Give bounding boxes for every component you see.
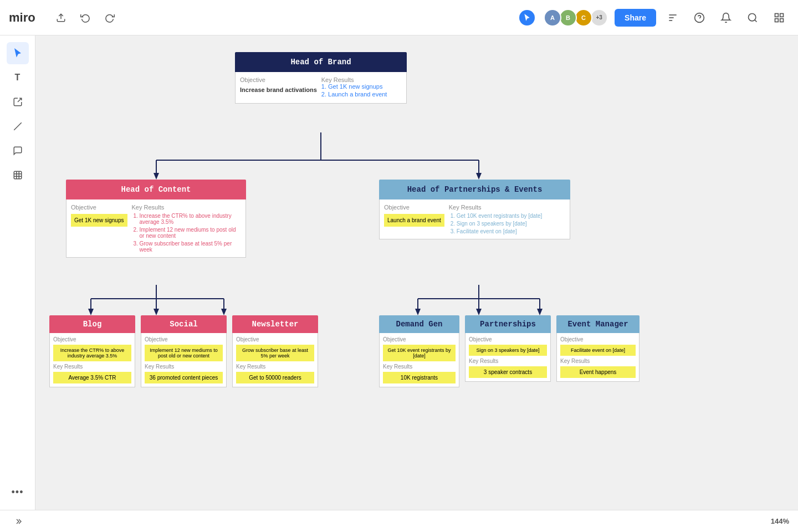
content-obj-col: Objective Get 1K new signups (71, 204, 127, 253)
content-columns: Objective Get 1K new signups Key Results… (71, 204, 241, 253)
brand-columns: Objective Increase brand activations Key… (240, 76, 402, 99)
newsletter-kr-label: Key Results (236, 364, 314, 370)
canvas-content: Head of Brand Objective Increase brand a… (35, 35, 798, 510)
demand-gen-card: Demand Gen Objective Get 10K event regis… (379, 315, 459, 387)
svg-rect-9 (780, 13, 784, 17)
sidebar-tool-text[interactable]: T (7, 66, 29, 89)
partnerships-kr-label: Key Results (449, 204, 565, 211)
partnerships-header: Head of Partnerships & Events (379, 180, 570, 200)
blog-header: Blog (49, 315, 135, 333)
social-body: Objective Implement 12 new mediums to po… (141, 333, 227, 387)
undo-button[interactable] (75, 8, 95, 28)
demand-gen-obj-label: Objective (383, 336, 456, 342)
svg-marker-25 (476, 173, 482, 180)
brand-kr-list: 1. Get 1K new signups 2. Launch a brand … (321, 83, 402, 98)
brand-kr-2: 2. Launch a brand event (321, 91, 402, 98)
svg-marker-40 (476, 309, 482, 315)
svg-rect-10 (780, 18, 784, 22)
grid-icon[interactable] (769, 8, 789, 28)
head-of-brand-card: Head of Brand Objective Increase brand a… (235, 52, 407, 104)
redo-button[interactable] (100, 8, 120, 28)
svg-rect-14 (14, 171, 22, 179)
svg-marker-31 (154, 309, 159, 315)
svg-marker-38 (415, 309, 421, 315)
brand-obj-value: Increase brand activations (240, 86, 317, 93)
expand-button[interactable] (9, 513, 27, 530)
content-kr-3: Grow subscriber base at least 5% per wee… (140, 241, 242, 253)
partnerships-obj-label: Objective (384, 204, 444, 211)
search-icon[interactable] (743, 8, 763, 28)
social-card: Social Objective Implement 12 new medium… (141, 315, 227, 387)
cursor-indicator (519, 10, 535, 25)
event-manager-kr-label: Key Results (560, 358, 636, 364)
left-sidebar: T ••• (0, 35, 35, 510)
content-kr-list: Increase the CTR% to above industry aver… (132, 213, 242, 253)
event-manager-card: Event Manager Objective Facilitate event… (556, 315, 640, 382)
partnerships-sub-header: Partnerships (465, 315, 551, 333)
brand-kr-label: Key Results (321, 76, 402, 83)
avatar-2: B (559, 9, 577, 27)
toolbar-left: miro (9, 8, 120, 28)
content-header: Head of Content (66, 180, 246, 200)
content-sticky: Get 1K new signups (71, 214, 127, 227)
brand-obj-col: Objective Increase brand activations (240, 76, 317, 99)
blog-card: Blog Objective Increase the CTR% to abov… (49, 315, 135, 387)
newsletter-kr-sticky: Get to 50000 readers (236, 372, 314, 383)
partnerships-kr-col: Key Results Get 10K event registrants by… (449, 204, 565, 234)
brand-obj-label: Objective (240, 76, 317, 83)
blog-kr-sticky: Average 3.5% CTR (53, 372, 131, 383)
demand-gen-body: Objective Get 10K event registrants by [… (379, 333, 459, 387)
content-kr-label: Key Results (132, 204, 242, 211)
partnerships-kr-1: Get 10K event registrants by [date] (457, 213, 565, 219)
content-kr-col: Key Results Increase the CTR% to above i… (132, 204, 242, 253)
partnerships-kr-3: Facilitate event on [date] (457, 228, 565, 234)
sidebar-tool-more[interactable]: ••• (7, 481, 29, 503)
share-button[interactable]: Share (615, 9, 656, 27)
canvas[interactable]: Head of Brand Objective Increase brand a… (35, 35, 798, 510)
partnerships-sub-obj-label: Objective (469, 336, 547, 342)
head-of-partnerships-card: Head of Partnerships & Events Objective … (379, 180, 570, 239)
svg-marker-22 (154, 173, 159, 180)
sidebar-tool-comment[interactable] (7, 140, 29, 162)
zoom-level: 144% (771, 517, 789, 525)
partnerships-sub-body: Objective Sign on 3 speakers by [date] K… (465, 333, 551, 382)
sidebar-tool-frame[interactable] (7, 164, 29, 186)
notification-icon[interactable] (716, 8, 736, 28)
upload-button[interactable] (51, 8, 71, 28)
arrows-svg (35, 35, 798, 510)
newsletter-body: Objective Grow subscriber base at least … (232, 333, 318, 387)
sidebar-tool-sticky[interactable] (7, 91, 29, 113)
event-manager-kr-sticky: Event happens (560, 366, 636, 378)
help-icon[interactable] (689, 8, 709, 28)
svg-line-7 (755, 19, 757, 22)
blog-obj-label: Objective (53, 336, 131, 342)
social-obj-label: Objective (145, 336, 223, 342)
partnerships-kr-2: Sign on 3 speakers by [date] (457, 221, 565, 227)
newsletter-card: Newsletter Objective Grow subscriber bas… (232, 315, 318, 387)
demand-gen-kr-sticky: 10K registrants (383, 372, 456, 383)
head-of-content-card: Head of Content Objective Get 1K new sig… (66, 180, 246, 258)
demand-gen-header: Demand Gen (379, 315, 459, 333)
avatar-3: C (575, 9, 592, 27)
brand-kr-1: 1. Get 1K new signups (321, 83, 402, 90)
avatar-1: A (544, 9, 561, 27)
social-obj-sticky: Implement 12 new mediums to post old or … (145, 345, 223, 361)
demand-gen-obj-sticky: Get 10K event registrants by [date] (383, 345, 456, 361)
event-manager-obj-sticky: Facilitate event on [date] (560, 345, 636, 356)
event-manager-body: Objective Facilitate event on [date] Key… (556, 333, 640, 382)
blog-body: Objective Increase the CTR% to above ind… (49, 333, 135, 387)
partnerships-kr-list: Get 10K event registrants by [date] Sign… (449, 213, 565, 234)
settings-icon[interactable] (663, 8, 683, 28)
social-kr-label: Key Results (145, 364, 223, 370)
content-body: Objective Get 1K new signups Key Results… (66, 200, 246, 258)
event-manager-obj-label: Objective (560, 336, 636, 342)
partnerships-sub-card: Partnerships Objective Sign on 3 speaker… (465, 315, 551, 382)
svg-marker-29 (88, 309, 94, 315)
svg-rect-8 (775, 13, 779, 17)
partnerships-sub-obj-sticky: Sign on 3 speakers by [date] (469, 345, 547, 356)
sidebar-tool-line[interactable] (7, 115, 29, 137)
partnerships-sub-kr-sticky: 3 speaker contracts (469, 366, 547, 378)
sidebar-tool-cursor[interactable] (7, 42, 29, 64)
partnerships-obj-col: Objective Launch a brand event (384, 204, 444, 234)
social-kr-sticky: 36 promoted content pieces (145, 372, 223, 383)
